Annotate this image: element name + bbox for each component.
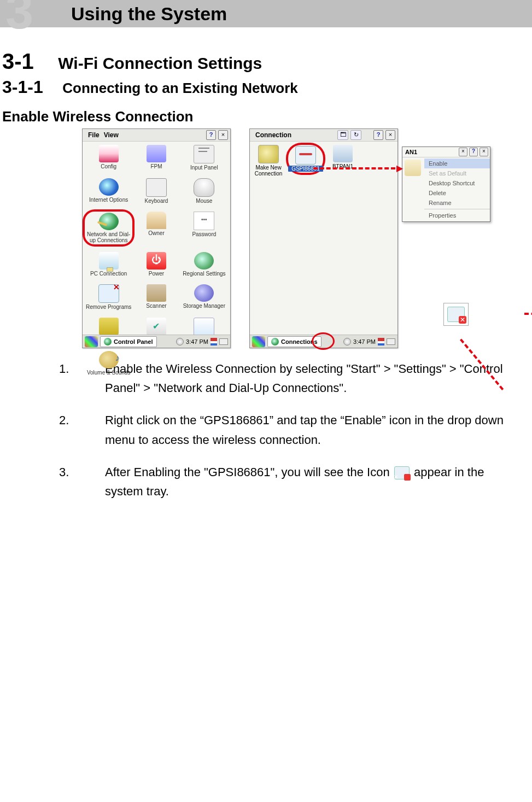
cp-owner[interactable]: Owner xyxy=(132,212,180,244)
instruction-2: 2.Right click on the “GPS186861” and tap… xyxy=(82,411,510,449)
cp-inputpanel[interactable]: Input Panel xyxy=(180,145,228,171)
cp-config[interactable]: Config xyxy=(85,145,132,171)
menu-bar: Connection 🗔 ↻ ? × xyxy=(250,129,397,142)
instruction-3: 3.After Enabling the "GPSI86861", you wi… xyxy=(82,463,510,501)
help-icon[interactable]: ? xyxy=(373,130,383,140)
ctx-rename[interactable]: Rename xyxy=(424,198,490,208)
cp-label: Storage Manager xyxy=(183,303,225,309)
cp-fpm[interactable]: FPM xyxy=(132,145,180,171)
menu-file[interactable]: File xyxy=(86,131,102,139)
cp-label: Scanner xyxy=(146,303,166,309)
cp-pcconn[interactable]: PC Connection xyxy=(85,252,132,277)
cp-label: Mouse xyxy=(196,198,212,204)
cp-mouse[interactable]: Mouse xyxy=(180,178,228,204)
menu-view[interactable]: View xyxy=(102,131,121,139)
toolbar-icon[interactable]: ↻ xyxy=(350,130,361,140)
gspi-icon xyxy=(295,146,316,165)
remove-programs-icon xyxy=(98,284,119,303)
storage-icon xyxy=(194,284,214,302)
taskbar-label: Control Panel xyxy=(114,338,153,345)
ctx-properties[interactable]: Properties xyxy=(424,209,490,220)
wireless-disabled-icon xyxy=(447,307,465,322)
subsection-title: Connecting to an Existing Network xyxy=(62,80,297,96)
step-text: After Enabling the "GPSI86861", you will… xyxy=(105,465,390,479)
input-panel-icon xyxy=(194,145,214,163)
window-title: Connection xyxy=(253,131,294,139)
cp-label: Remove Programs xyxy=(86,304,131,310)
arrow-annotation xyxy=(313,167,395,169)
step-text: Right click on the “GPS186861” and tap t… xyxy=(105,413,504,446)
instruction-1: 1.Enable the Wireless Connection by sele… xyxy=(82,359,510,397)
screenshots-row: File View ? × Config FPM Input Panel Int… xyxy=(0,128,532,348)
cp-label: Input Panel xyxy=(190,165,218,171)
volume-icon xyxy=(99,351,119,368)
cp-power[interactable]: Power xyxy=(132,252,180,277)
close-icon[interactable]: × xyxy=(218,130,228,140)
flag-icon xyxy=(211,338,217,346)
ctx-delete[interactable]: Delete xyxy=(424,188,490,198)
btpan-icon xyxy=(333,145,353,162)
fpm-icon xyxy=(147,145,166,162)
taskbar: Connections 3:47 PM xyxy=(250,335,397,348)
make-new-icon xyxy=(258,145,279,163)
cp-storage[interactable]: Storage Manager xyxy=(180,284,228,310)
cp-password[interactable]: Password xyxy=(180,212,228,244)
taskbar: Control Panel 3:47 PM xyxy=(83,335,230,348)
stylus-icon xyxy=(99,318,119,335)
ctx-set-default[interactable]: Set as Default xyxy=(424,168,490,178)
system-tray: 3:47 PM xyxy=(176,338,228,346)
cp-label: FPM xyxy=(150,163,162,169)
cp-label: Power xyxy=(149,271,164,277)
arrow-annotation xyxy=(524,313,532,315)
ctx-close-icon2[interactable]: × xyxy=(480,148,488,156)
step-text: Enable the Wireless Connection by select… xyxy=(105,362,503,395)
cp-label: Internet Options xyxy=(89,197,128,203)
internet-options-icon xyxy=(99,178,119,196)
cp-scanner[interactable]: Scanner xyxy=(132,284,180,310)
highlight-circle xyxy=(312,332,335,350)
close-icon[interactable]: × xyxy=(385,130,395,140)
system-tray: 3:47 PM xyxy=(343,338,395,346)
toolbar-icon[interactable]: 🗔 xyxy=(337,130,348,140)
cp-label: Password xyxy=(192,231,216,237)
password-icon xyxy=(194,212,214,230)
make-new-connection[interactable]: Make New Connection xyxy=(252,145,285,177)
cp-label: Regional Settings xyxy=(183,271,225,277)
cp-label: Network and Dial-up Connections xyxy=(86,231,131,243)
sip-icon[interactable] xyxy=(219,338,228,345)
cp-regional[interactable]: Regional Settings xyxy=(180,252,228,277)
clock-icon xyxy=(176,338,184,346)
btpan-connection[interactable]: BTPAN1 xyxy=(326,145,359,169)
ctx-close-icon[interactable]: × xyxy=(459,148,467,156)
subsection-number: 3-1-1 xyxy=(2,77,43,97)
start-button[interactable] xyxy=(85,336,98,347)
world-icon xyxy=(271,338,279,346)
cp-internet[interactable]: Internet Options xyxy=(85,178,132,204)
wireless-tray-icon xyxy=(394,466,410,479)
world-icon xyxy=(104,338,112,346)
help-icon[interactable]: ? xyxy=(206,130,216,140)
sip-icon[interactable] xyxy=(387,338,395,345)
flag-icon xyxy=(378,338,384,346)
tray-icon-zoom xyxy=(443,303,469,326)
power-icon xyxy=(147,252,166,270)
context-menu-header: AN1 xyxy=(405,149,417,155)
tray-time: 3:47 PM xyxy=(186,338,208,345)
step-number: 3. xyxy=(82,463,105,482)
ctx-enable[interactable]: Enable xyxy=(424,159,490,168)
cp-network-dialup[interactable]: Network and Dial-up Connections xyxy=(85,212,132,244)
pc-connection-icon xyxy=(99,252,119,270)
ctx-desktop-shortcut[interactable]: Desktop Shortcut xyxy=(424,178,490,188)
start-button[interactable] xyxy=(252,336,265,347)
cp-keyboard[interactable]: Keyboard xyxy=(132,178,180,204)
tray-time: 3:47 PM xyxy=(353,338,376,345)
regional-icon xyxy=(194,252,214,270)
taskbar-button-control-panel[interactable]: Control Panel xyxy=(100,336,157,347)
cp-label: Volume & Sounds xyxy=(87,370,131,376)
cp-remove[interactable]: Remove Programs xyxy=(85,284,132,310)
cp-volume[interactable]: Volume & Sounds xyxy=(85,351,132,376)
ctx-help-icon[interactable]: ? xyxy=(469,148,478,156)
scanner-icon xyxy=(147,284,166,302)
cp-label: Config xyxy=(101,163,116,169)
network-icon xyxy=(99,213,119,230)
